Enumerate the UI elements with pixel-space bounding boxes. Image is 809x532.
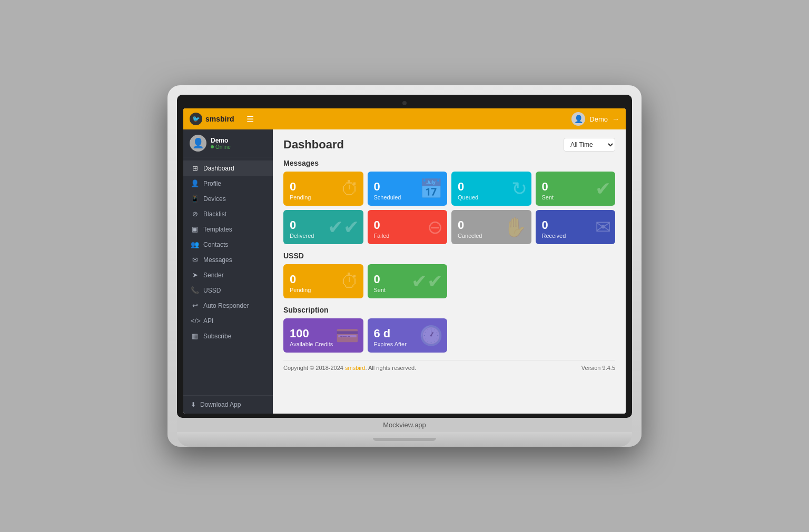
messages-section-title: Messages — [283, 159, 615, 167]
credits-bg-icon: 💳 — [336, 325, 359, 347]
subscription-stats-grid: 💳 100 Available Credits 🕐 6 d Expires Af… — [283, 318, 615, 353]
messages-stats-grid: ⏱ 0 Pending 📅 0 Scheduled — [283, 172, 615, 244]
stat-card-received[interactable]: ✉ 0 Received — [536, 210, 616, 244]
subscription-section-title: Subscription — [283, 306, 615, 314]
mockview-label: Mockview.app — [177, 418, 632, 432]
main-area: 👤 Demo Online ⊞ — [183, 129, 626, 414]
sidebar-item-subscribe[interactable]: ▦ Subscribe — [183, 328, 273, 344]
stat-card-ussd-sent[interactable]: ✔✔ 0 Sent — [368, 264, 448, 298]
user-info: Demo Online — [211, 137, 231, 150]
navbar-left: 🐦 smsbird ☰ — [190, 113, 254, 125]
profile-icon: 👤 — [191, 179, 199, 187]
content-footer: Copyright © 2018-2024 smsbird. All right… — [283, 360, 615, 373]
sidebar-item-label: Auto Responder — [203, 302, 249, 309]
sidebar: 👤 Demo Online ⊞ — [183, 129, 273, 414]
page-title: Dashboard — [283, 138, 344, 152]
footer-brand-link[interactable]: smsbird — [345, 365, 366, 371]
api-icon: </> — [191, 317, 199, 325]
main-content: Dashboard All Time Today This Week This … — [273, 129, 626, 414]
blacklist-icon: ⊘ — [191, 210, 199, 218]
stat-card-failed[interactable]: ⊖ 0 Failed — [368, 210, 448, 244]
sidebar-item-profile[interactable]: 👤 Profile — [183, 176, 273, 191]
dashboard-icon: ⊞ — [191, 164, 199, 172]
templates-icon: ▣ — [191, 225, 199, 233]
stat-card-canceled[interactable]: ✋ 0 Canceled — [451, 210, 531, 244]
stat-card-scheduled[interactable]: 📅 0 Scheduled — [368, 172, 448, 206]
ussd-stats-grid: ⏱ 0 Pending ✔✔ 0 Sent — [283, 264, 615, 298]
sidebar-item-label: Devices — [203, 195, 226, 203]
messages-icon: ✉ — [191, 256, 199, 264]
user-status: Online — [211, 144, 231, 150]
ussd-pending-bg-icon: ⏱ — [340, 270, 359, 293]
navbar-username: Demo — [589, 115, 608, 123]
queued-bg-icon: ↻ — [511, 178, 527, 200]
avatar: 👤 — [190, 135, 206, 152]
stat-card-pending[interactable]: ⏱ 0 Pending — [283, 172, 363, 206]
content-header: Dashboard All Time Today This Week This … — [283, 138, 615, 152]
top-navbar: 🐦 smsbird ☰ 👤 Demo → — [183, 108, 626, 129]
sidebar-item-label: Blacklist — [203, 210, 226, 218]
laptop-container: 🐦 smsbird ☰ 👤 Demo → — [167, 85, 642, 447]
time-filter-select[interactable]: All Time Today This Week This Month — [564, 138, 615, 152]
sender-icon: ➤ — [191, 271, 199, 279]
download-icon: ⬇ — [191, 401, 196, 408]
sidebar-item-devices[interactable]: 📱 Devices — [183, 191, 273, 206]
username: Demo — [211, 137, 231, 144]
laptop-base — [177, 432, 632, 447]
stat-card-ussd-pending[interactable]: ⏱ 0 Pending — [283, 264, 363, 298]
stat-card-expires[interactable]: 🕐 6 d Expires After — [368, 318, 448, 353]
ussd-icon: 📞 — [191, 286, 199, 294]
hamburger-icon[interactable]: ☰ — [246, 114, 254, 124]
stat-card-queued[interactable]: ↻ 0 Queued — [451, 172, 531, 206]
sidebar-item-label: Templates — [203, 226, 232, 233]
ussd-section-title: USSD — [283, 252, 615, 260]
sidebar-item-messages[interactable]: ✉ Messages — [183, 252, 273, 267]
pending-bg-icon: ⏱ — [340, 178, 359, 200]
camera — [402, 101, 407, 105]
auto-responder-icon: ↩ — [191, 302, 199, 309]
laptop-notch — [373, 438, 436, 441]
stat-card-delivered[interactable]: ✔✔ 0 Delivered — [283, 210, 363, 244]
sidebar-item-label: Dashboard — [203, 165, 234, 172]
status-dot — [211, 145, 214, 148]
sidebar-item-auto-responder[interactable]: ↩ Auto Responder — [183, 298, 273, 313]
logo-icon: 🐦 — [190, 113, 202, 125]
sent-bg-icon: ✔ — [595, 178, 611, 200]
expires-bg-icon: 🕐 — [419, 325, 443, 347]
download-app-button[interactable]: ⬇ Download App — [191, 401, 265, 408]
failed-bg-icon: ⊖ — [427, 216, 443, 238]
sidebar-nav: ⊞ Dashboard 👤 Profile 📱 Devices — [183, 157, 273, 395]
sidebar-item-label: API — [203, 317, 213, 325]
sidebar-item-sender[interactable]: ➤ Sender — [183, 267, 273, 283]
sidebar-item-ussd[interactable]: 📞 USSD — [183, 283, 273, 298]
sidebar-item-label: Contacts — [203, 241, 228, 248]
subscribe-icon: ▦ — [191, 332, 199, 340]
sidebar-item-blacklist[interactable]: ⊘ Blacklist — [183, 206, 273, 222]
screen: 🐦 smsbird ☰ 👤 Demo → — [183, 108, 626, 414]
sidebar-item-dashboard[interactable]: ⊞ Dashboard — [183, 160, 273, 176]
footer-copyright: Copyright © 2018-2024 smsbird. All right… — [283, 365, 416, 371]
sidebar-item-templates[interactable]: ▣ Templates — [183, 222, 273, 237]
sidebar-item-label: Profile — [203, 180, 221, 187]
app-wrapper: 🐦 smsbird ☰ 👤 Demo → — [183, 108, 626, 414]
sidebar-item-contacts[interactable]: 👥 Contacts — [183, 237, 273, 252]
logout-icon[interactable]: → — [612, 115, 619, 123]
app-name: smsbird — [205, 115, 234, 123]
footer-version: Version 9.4.5 — [581, 365, 615, 371]
user-avatar-small: 👤 — [571, 112, 585, 126]
download-label: Download App — [200, 401, 241, 408]
navbar-right: 👤 Demo → — [571, 112, 619, 126]
sidebar-footer: ⬇ Download App — [183, 395, 273, 414]
stat-card-sent[interactable]: ✔ 0 Sent — [536, 172, 616, 206]
devices-icon: 📱 — [191, 195, 199, 203]
sidebar-item-label: Sender — [203, 272, 224, 279]
contacts-icon: 👥 — [191, 240, 199, 248]
sidebar-item-label: Subscribe — [203, 333, 231, 340]
sidebar-item-api[interactable]: </> API — [183, 313, 273, 328]
sidebar-user: 👤 Demo Online — [183, 129, 273, 157]
canceled-bg-icon: ✋ — [504, 216, 527, 238]
delivered-bg-icon: ✔✔ — [328, 216, 359, 238]
scheduled-bg-icon: 📅 — [419, 178, 443, 200]
stat-card-credits[interactable]: 💳 100 Available Credits — [283, 318, 363, 353]
ussd-sent-bg-icon: ✔✔ — [411, 270, 443, 293]
